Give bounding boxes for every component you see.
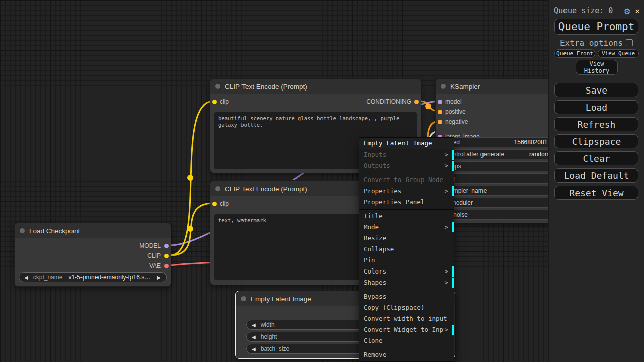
node-titlebar[interactable]: Load Checkpoint <box>15 223 171 238</box>
menu-item-shapes[interactable]: Shapes > <box>359 277 454 288</box>
menu-item-properties-panel[interactable]: Properties Panel <box>359 197 454 208</box>
output-slot-model: MODEL <box>15 241 171 251</box>
input-port-clip[interactable] <box>212 202 217 206</box>
ckpt-name-widget[interactable]: ◀ ckpt_name v1-5-pruned-emaonly-fp16.s… … <box>19 272 167 282</box>
submenu-arrow-icon: > <box>444 160 448 171</box>
menu-item-label: Convert width to input <box>364 313 449 324</box>
input-port-clip[interactable] <box>212 100 217 104</box>
menu-item-label: Clone <box>364 335 449 346</box>
save-button[interactable]: Save <box>554 83 638 97</box>
submenu-arrow-icon: > <box>444 149 448 160</box>
output-slot-clip: CLIP <box>15 251 171 261</box>
load-button[interactable]: Load <box>554 100 638 114</box>
queue-prompt-button[interactable]: Queue Prompt <box>554 19 638 35</box>
menu-item-label: Resize <box>364 233 449 244</box>
extra-options-checkbox[interactable] <box>626 39 633 46</box>
menu-item-label: Remove <box>364 349 449 360</box>
collapse-dot[interactable] <box>20 228 25 233</box>
output-slot-vae: VAE <box>15 261 171 271</box>
menu-item-remove[interactable]: Remove <box>359 349 454 360</box>
clipspace-button[interactable]: Clipspace <box>554 134 638 148</box>
menu-item-copy-clipspace[interactable]: Copy (Clipspace) <box>359 302 454 313</box>
slot-label: VAE <box>149 262 161 269</box>
input-port-positive[interactable] <box>438 110 442 114</box>
output-port-model[interactable] <box>164 244 169 248</box>
load-default-button[interactable]: Load Default <box>554 168 638 183</box>
menu-item-convert-to-group-node: Convert to Group Node <box>359 174 454 186</box>
clear-button[interactable]: Clear <box>554 151 638 165</box>
input-port-negative[interactable] <box>438 120 442 124</box>
menu-item-pin[interactable]: Pin <box>359 255 454 266</box>
reset-view-button[interactable]: Reset View <box>554 186 638 200</box>
node-load-checkpoint[interactable]: Load Checkpoint MODEL CLIP VAE ◀ ckpt_na… <box>14 223 171 287</box>
menu-item-resize[interactable]: Resize <box>359 233 454 244</box>
menu-item-label: Mode <box>364 222 444 233</box>
menu-item-label: Properties Panel <box>364 197 449 208</box>
submenu-arrow-icon: > <box>444 222 448 233</box>
slot-label: negative <box>445 118 468 125</box>
collapse-dot[interactable] <box>215 186 220 191</box>
slot-label: clip <box>220 98 229 105</box>
node-title: CLIP Text Encode (Prompt) <box>225 83 307 90</box>
menu-item-label: Colors <box>364 266 444 277</box>
menu-item-colors[interactable]: Colors > <box>359 266 454 277</box>
menu-item-properties[interactable]: Properties > <box>359 186 454 197</box>
submenu-arrow-icon: > <box>444 266 448 277</box>
collapse-dot[interactable] <box>241 296 246 301</box>
menu-separator <box>359 209 454 210</box>
submenu-accent-bar <box>452 186 454 196</box>
output-port-vae[interactable] <box>164 264 169 268</box>
node-title: CLIP Text Encode (Prompt) <box>225 185 307 193</box>
node-titlebar[interactable]: CLIP Text Encode (Prompt) <box>210 79 421 94</box>
submenu-accent-bar <box>452 222 454 232</box>
prev-arrow-icon[interactable]: ◀ <box>252 334 256 340</box>
context-menu: Empty Latent Image Inputs > Outputs > Co… <box>359 137 454 362</box>
slot-label: CONDITIONING <box>366 98 411 105</box>
menu-item-bypass[interactable]: Bypass <box>359 291 454 302</box>
menu-item-inputs: Inputs > <box>359 149 454 160</box>
prev-arrow-icon[interactable]: ◀ <box>252 346 256 352</box>
prev-arrow-icon[interactable]: ◀ <box>252 322 256 328</box>
menu-item-clone[interactable]: Clone <box>359 335 454 346</box>
output-port-clip[interactable] <box>164 254 169 258</box>
settings-gear-icon[interactable]: ⚙ <box>624 5 630 16</box>
comfy-menu-panel: Queue size: 0 ⚙ ✕ Queue Prompt Extra opt… <box>548 0 644 362</box>
slot-label: CLIP <box>147 252 161 259</box>
output-port-conditioning[interactable] <box>414 100 419 104</box>
view-history-button[interactable]: View History <box>576 60 618 75</box>
submenu-accent-bar <box>452 161 454 171</box>
slot-row: clip CONDITIONING <box>210 97 421 107</box>
submenu-accent-bar <box>452 325 454 335</box>
menu-item-convert-width-to-input[interactable]: Convert width to input <box>359 313 454 324</box>
widget-label: height <box>261 333 277 340</box>
menu-item-label: Convert to Group Node <box>364 174 449 186</box>
submenu-arrow-icon: > <box>444 324 448 335</box>
widget-label: ckpt_name <box>33 274 63 281</box>
collapse-dot[interactable] <box>215 84 220 89</box>
close-icon[interactable]: ✕ <box>635 6 640 16</box>
menu-item-convert-widget-to-input[interactable]: Convert Widget to Input > <box>359 324 454 335</box>
view-queue-button[interactable]: View Queue <box>598 49 639 58</box>
menu-item-label: Bypass <box>364 291 449 302</box>
slot-label: MODEL <box>139 242 161 249</box>
prev-arrow-icon[interactable]: ◀ <box>24 275 28 280</box>
menu-item-mode[interactable]: Mode > <box>359 222 454 233</box>
submenu-arrow-icon: > <box>444 186 448 197</box>
menu-item-collapse[interactable]: Collapse <box>359 244 454 255</box>
input-port-model[interactable] <box>438 100 442 104</box>
submenu-arrow-icon: > <box>444 277 448 288</box>
collapse-dot[interactable] <box>441 84 446 89</box>
submenu-accent-bar <box>452 150 454 160</box>
menu-item-outputs: Outputs > <box>359 160 454 171</box>
menu-separator <box>359 348 454 348</box>
queue-front-button[interactable]: Queue Front <box>554 49 595 58</box>
menu-item-label: Shapes <box>364 277 444 288</box>
menu-item-title[interactable]: Title <box>359 211 454 222</box>
node-title: Load Checkpoint <box>29 227 80 235</box>
context-menu-title: Empty Latent Image <box>359 138 454 149</box>
slot-label: clip <box>220 200 229 207</box>
menu-item-label: Properties <box>364 186 444 197</box>
widget-label: width <box>261 321 275 328</box>
next-arrow-icon[interactable]: ▶ <box>157 275 161 280</box>
refresh-button[interactable]: Refresh <box>554 117 638 131</box>
